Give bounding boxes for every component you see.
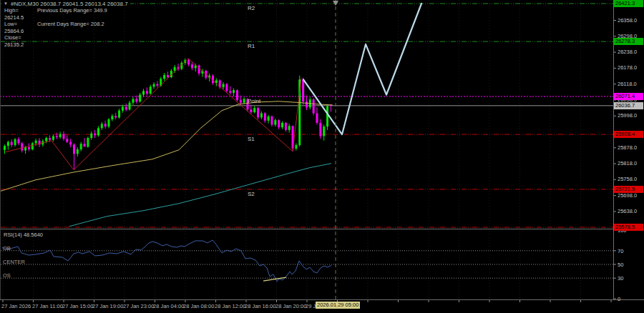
- time-tick-label: 28 Jan 12:00: [215, 303, 245, 309]
- rsi-indicator-label: RSI(14) 48.5640: [4, 232, 43, 238]
- time-tick-label: 28 Jan 04:00: [153, 303, 184, 309]
- price-tick-label: 26178.0: [618, 65, 637, 71]
- price-tick-label: 25998.0: [618, 113, 637, 119]
- rsi-zone-label-os: OS: [3, 272, 11, 279]
- pivot-label-s2: S2: [248, 191, 255, 197]
- daily-range-info-panel: High= 26214.5 Previous Days Range= 349.9…: [4, 7, 107, 48]
- price-tick-label: 26118.0: [618, 81, 637, 87]
- price-tick-label: 25758.0: [618, 177, 637, 182]
- rsi-tick-label: 70: [618, 249, 623, 254]
- chart-title-bar: ▼ #NDX,M30 26038.7 26041.5 26013.4 26038…: [1, 1, 130, 7]
- price-tick-label: 25638.0: [618, 209, 637, 214]
- rsi-zone-label-center: CENTER: [3, 259, 25, 265]
- rsi-tick-label: 50: [618, 262, 623, 268]
- ma-fast-line: [0, 101, 333, 192]
- forecast-timestamp-badge: 2026.01.29 05:00: [316, 302, 360, 309]
- price-tick-label: 25818.0: [618, 161, 637, 167]
- info-curr-range: Current Days Range= 208.2: [37, 21, 104, 34]
- pivot-label-r2: R2: [248, 5, 255, 11]
- time-tick-label: 27 Jan 19:00: [92, 303, 123, 309]
- pivot-label-r1: R1: [248, 43, 255, 49]
- price-level-box: 26278.3: [614, 38, 643, 45]
- time-tick-label: 28 Jan 08:00: [183, 303, 214, 309]
- time-tick-label: 27 Jan 2026: [1, 303, 31, 309]
- forecast-line: [303, 4, 421, 134]
- price-tick-label: 26238.0: [618, 49, 637, 55]
- time-tick-label: 27 Jan 11:00: [32, 303, 63, 309]
- rsi-zone-label-ob: OB: [3, 245, 11, 252]
- price-tick-label: 26358.0: [618, 18, 637, 24]
- price-level-box: 26071.4: [614, 93, 643, 100]
- axis-tick-marks: [3, 21, 616, 302]
- info-high: High= 26214.5: [4, 7, 37, 21]
- time-tick-label: 28 Jan 16:00: [245, 303, 275, 309]
- price-tick-label: 25878.0: [618, 145, 637, 151]
- collapse-panel-icon[interactable]: ▼: [4, 1, 8, 7]
- time-tick-label: 27 Jan 15:00: [62, 303, 93, 309]
- info-prev-range: Previous Days Range= 349.9: [37, 7, 107, 21]
- chart-window: ▼ #NDX,M30 26038.7 26041.5 26013.4 26038…: [0, 0, 644, 313]
- current-price-box: 26036.7: [614, 102, 643, 109]
- time-tick-label: 28 Jan 20:00: [275, 303, 306, 309]
- pivot-label-point: Point: [248, 98, 260, 104]
- candles-layer: [4, 59, 332, 170]
- price-tick-label: 25698.0: [618, 193, 637, 199]
- rsi-tick-label: 0: [618, 297, 620, 302]
- rsi-tick-label: 30: [618, 276, 623, 282]
- price-level-box: 25721.5: [614, 186, 643, 193]
- price-level-box: 25928.4: [614, 131, 643, 138]
- pivot-label-s1: S1: [248, 136, 255, 142]
- time-tick-label: 27 Jan 23:00: [123, 303, 154, 309]
- price-level-box: 25578.5: [614, 224, 643, 231]
- info-close: Close= 26135.2: [4, 34, 37, 48]
- info-low: Low= 25864.6: [4, 21, 37, 34]
- ma-slow-line: [69, 164, 331, 227]
- symbol-ohlc-title: #NDX,M30 26038.7 26041.5 26013.4 26038.7: [11, 1, 128, 7]
- price-level-box: 26421.3: [614, 0, 643, 7]
